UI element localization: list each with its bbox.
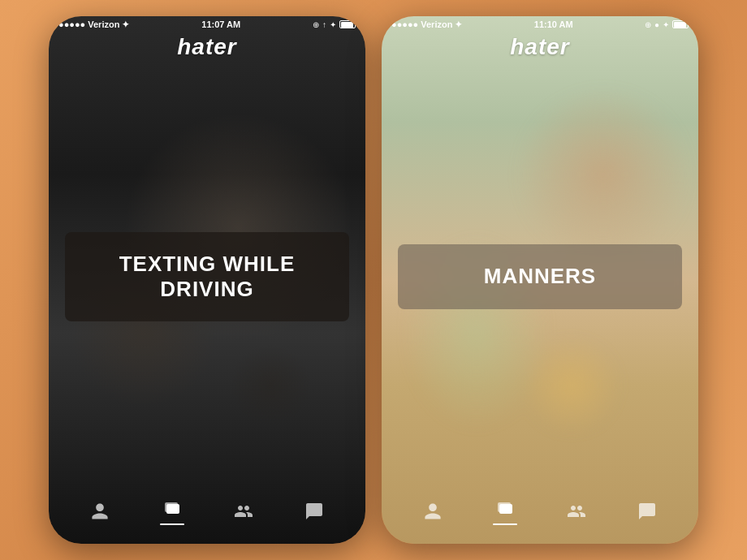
circle-icon-2: ● <box>654 20 659 29</box>
svg-rect-3 <box>499 504 512 514</box>
bottom-nav-2 <box>382 487 698 544</box>
chat-icon-1 <box>304 501 325 522</box>
person-icon-2 <box>422 501 443 522</box>
nav-people-2[interactable] <box>559 498 594 525</box>
carrier-text-1: ●●●●● Verizon ✦ <box>58 19 129 30</box>
nav-cards-2[interactable] <box>486 494 524 528</box>
card-area-2[interactable]: MANNERS <box>382 67 698 487</box>
cards-icon-1 <box>162 498 183 519</box>
bluetooth-icon: ✦ <box>330 20 336 29</box>
card-area-1[interactable]: TEXTING WHILE DRIVING <box>49 67 365 487</box>
svg-rect-1 <box>166 504 179 514</box>
nav-chat-2[interactable] <box>630 498 664 525</box>
nav-profile-1[interactable] <box>83 498 117 525</box>
battery-icon-2 <box>672 20 689 28</box>
topic-card-1[interactable]: TEXTING WHILE DRIVING <box>65 232 349 321</box>
app-title-1: hater <box>177 34 236 59</box>
status-bar-1: ●●●●● Verizon ✦ 11:07 AM ⊕ ↑ ✦ <box>49 16 365 32</box>
status-icons-2: ⊕ ● ✦ <box>645 20 689 29</box>
topic-text-2: MANNERS <box>484 264 596 289</box>
status-bar-2: ●●●●● Verizon ✦ 11:10 AM ⊕ ● ✦ <box>382 16 698 32</box>
phone-frame-2: ●●●●● Verizon ✦ 11:10 AM ⊕ ● ✦ hater MAN… <box>382 16 698 544</box>
topic-text-1: TEXTING WHILE DRIVING <box>81 252 333 302</box>
nav-chat-1[interactable] <box>297 498 331 525</box>
active-indicator-2 <box>493 523 517 525</box>
bluetooth-icon-2: ✦ <box>663 20 669 29</box>
arrow-icon: ↑ <box>322 20 326 29</box>
cards-icon-2 <box>494 498 516 519</box>
location-icon: ⊕ <box>313 20 319 29</box>
location-icon-2: ⊕ <box>645 20 651 29</box>
app-title-2: hater <box>510 34 569 59</box>
nav-profile-2[interactable] <box>416 498 450 525</box>
nav-people-1[interactable] <box>227 498 261 525</box>
nav-cards-1[interactable] <box>153 494 191 528</box>
topic-card-2[interactable]: MANNERS <box>398 244 682 308</box>
people-icon-1 <box>233 501 254 522</box>
carrier-text-2: ●●●●● Verizon ✦ <box>391 19 462 30</box>
bottom-nav-1 <box>49 487 365 544</box>
time-text-2: 11:10 AM <box>534 19 573 29</box>
phone-frame-1: ●●●●● Verizon ✦ 11:07 AM ⊕ ↑ ✦ hater TEX… <box>49 16 365 544</box>
people-icon-2 <box>566 501 587 522</box>
status-icons-1: ⊕ ↑ ✦ <box>313 20 356 29</box>
battery-icon-1 <box>339 20 356 28</box>
time-text-1: 11:07 AM <box>201 19 240 29</box>
person-icon-1 <box>89 501 110 522</box>
chat-icon-2 <box>637 501 658 522</box>
active-indicator-1 <box>160 523 184 525</box>
